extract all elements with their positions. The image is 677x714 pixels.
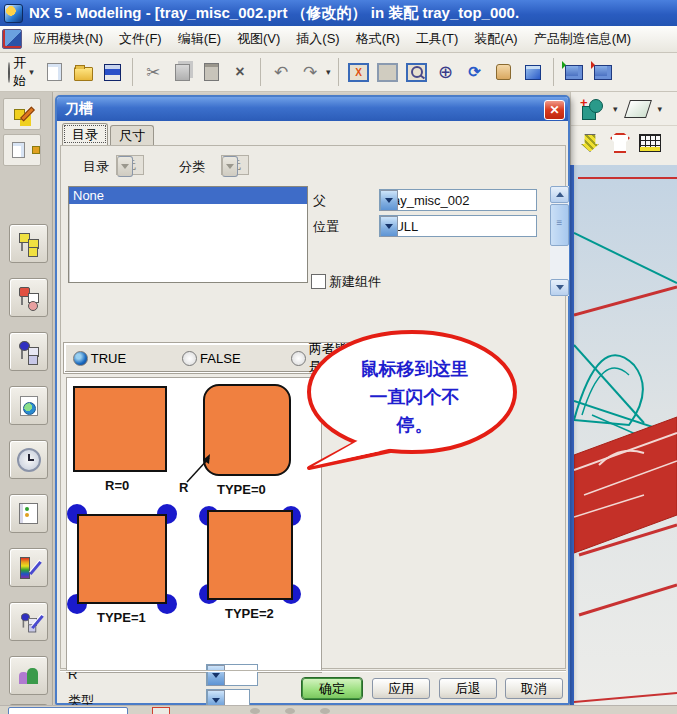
table-grid-button[interactable] bbox=[637, 129, 663, 157]
dialog-close-button[interactable]: ✕ bbox=[544, 100, 565, 120]
menu-edit[interactable]: 编辑(E) bbox=[171, 27, 228, 51]
redo-caret-icon[interactable]: ▾ bbox=[326, 67, 331, 77]
window-title: NX 5 - Modeling - [tray_misc_002.prt （修改… bbox=[29, 4, 519, 23]
menu-pmi[interactable]: 产品制造信息(M) bbox=[527, 27, 639, 51]
dialog-titlebar[interactable]: 刀槽 bbox=[57, 97, 568, 121]
window-titlebar: NX 5 - Modeling - [tray_misc_002.prt （修改… bbox=[0, 0, 677, 26]
catalog-label: 目录 bbox=[83, 158, 109, 176]
scrollbar-thumb[interactable] bbox=[550, 204, 569, 246]
list-item-none[interactable]: None bbox=[69, 187, 307, 204]
copy-button[interactable] bbox=[169, 58, 195, 86]
fill-view-button[interactable] bbox=[375, 58, 401, 86]
new-component-checkbox[interactable] bbox=[311, 274, 326, 289]
history-button[interactable] bbox=[9, 440, 48, 479]
sketch-curves-icon: + bbox=[582, 99, 604, 119]
assembly-navigator-icon bbox=[18, 233, 40, 255]
save-button[interactable] bbox=[99, 58, 125, 86]
sketch-curves-button[interactable]: + bbox=[577, 95, 609, 123]
selection-filter-field[interactable] bbox=[8, 707, 128, 714]
sketch-task-button[interactable] bbox=[607, 129, 633, 157]
parent-dropdown[interactable]: tray_misc_002 bbox=[379, 189, 537, 211]
category-dropdown[interactable]: 无 bbox=[221, 155, 249, 175]
sketch-tool-button[interactable] bbox=[3, 98, 41, 130]
apply-button-label: 应用 bbox=[388, 680, 414, 698]
groove-dialog: 刀槽 ✕ 目录 尺寸 目录 无 分类 无 None bbox=[55, 95, 570, 705]
sketch-curves-caret-icon[interactable]: ▾ bbox=[613, 104, 618, 114]
start-globe-icon bbox=[8, 62, 10, 83]
scrollbar-down-button[interactable] bbox=[550, 279, 569, 296]
dialog-scrollbar[interactable] bbox=[550, 186, 569, 296]
catalog-list[interactable]: None bbox=[68, 186, 308, 283]
radio-false[interactable] bbox=[182, 351, 197, 366]
application-module-icon[interactable] bbox=[2, 29, 22, 49]
part-navigator-button[interactable] bbox=[9, 332, 48, 371]
back-button[interactable]: 后退 bbox=[439, 678, 497, 699]
tab-dimensions[interactable]: 尺寸 bbox=[110, 125, 154, 145]
new-file-button[interactable] bbox=[41, 58, 67, 86]
datum-csys-button[interactable] bbox=[577, 129, 603, 157]
main-toolbar: 开始 ▾ ✂ × ↶ ↷ ▾ X ⊕ ⟳ bbox=[0, 53, 677, 92]
close-icon: ✕ bbox=[549, 103, 559, 117]
menu-format[interactable]: 格式(R) bbox=[349, 27, 407, 51]
assembly-explode-button[interactable] bbox=[590, 58, 616, 86]
cad-viewport[interactable] bbox=[570, 165, 677, 714]
constraint-navigator-button[interactable] bbox=[9, 278, 48, 317]
r-dropdown[interactable]: 0 bbox=[206, 664, 258, 686]
scrollbar-up-button[interactable] bbox=[550, 186, 569, 203]
cancel-button[interactable]: 取消 bbox=[505, 678, 563, 699]
visualization-button[interactable] bbox=[9, 602, 48, 641]
callout-line3: 停。 bbox=[297, 413, 532, 437]
menu-assemblies[interactable]: 装配(A) bbox=[467, 27, 524, 51]
reuse-library-button[interactable] bbox=[9, 386, 48, 425]
part-structure-button[interactable] bbox=[3, 134, 41, 166]
start-button[interactable]: 开始 ▾ bbox=[4, 56, 38, 88]
radio-true[interactable] bbox=[73, 351, 88, 366]
sketch-task-icon bbox=[610, 133, 630, 153]
undo-button[interactable]: ↶ bbox=[268, 58, 294, 86]
catalog-dropdown[interactable]: 无 bbox=[116, 155, 144, 175]
toolbar-separator bbox=[132, 58, 133, 86]
nx-application-window: NX 5 - Modeling - [tray_misc_002.prt （修改… bbox=[0, 0, 677, 714]
part-navigator-icon bbox=[18, 341, 40, 363]
fill-view-icon bbox=[377, 63, 398, 82]
datum-plane-caret-icon[interactable]: ▾ bbox=[658, 104, 663, 114]
information-button[interactable] bbox=[9, 494, 48, 533]
new-component-label: 新建组件 bbox=[329, 273, 381, 291]
zoom-in-out-button[interactable]: ⊕ bbox=[433, 58, 459, 86]
rotate-view-button[interactable]: ⟳ bbox=[462, 58, 488, 86]
wireframe-graphics bbox=[574, 165, 677, 714]
parent-label: 父 bbox=[313, 192, 326, 210]
preview-type0-label: TYPE=0 bbox=[217, 482, 266, 497]
shaded-display-button[interactable] bbox=[520, 58, 546, 86]
assembly-sequence-button[interactable] bbox=[561, 58, 587, 86]
menu-tools[interactable]: 工具(T) bbox=[409, 27, 466, 51]
position-dropdown[interactable]: NULL bbox=[379, 215, 537, 237]
delete-icon: × bbox=[235, 64, 244, 80]
catalog-dropdown-arrow-icon bbox=[117, 156, 133, 177]
toolbar-separator bbox=[338, 58, 339, 86]
pan-view-button[interactable] bbox=[491, 58, 517, 86]
open-file-button[interactable] bbox=[70, 58, 96, 86]
tab-catalog[interactable]: 目录 bbox=[62, 123, 108, 145]
fit-view-button[interactable]: X bbox=[346, 58, 372, 86]
redo-button[interactable]: ↷ bbox=[297, 58, 323, 86]
apply-button[interactable]: 应用 bbox=[372, 678, 430, 699]
paste-icon bbox=[204, 63, 219, 81]
roles-button[interactable] bbox=[9, 656, 48, 695]
palette-button[interactable] bbox=[9, 548, 48, 587]
constraint-navigator-icon bbox=[18, 287, 40, 309]
menu-file[interactable]: 文件(F) bbox=[112, 27, 169, 51]
snap-point-button[interactable] bbox=[152, 707, 170, 714]
assembly-navigator-button[interactable] bbox=[9, 224, 48, 263]
zoom-window-button[interactable] bbox=[404, 58, 430, 86]
cut-button[interactable]: ✂ bbox=[140, 58, 166, 86]
paste-button[interactable] bbox=[198, 58, 224, 86]
ok-button[interactable]: 确定 bbox=[302, 678, 362, 699]
menu-insert[interactable]: 插入(S) bbox=[289, 27, 346, 51]
delete-button[interactable]: × bbox=[227, 58, 253, 86]
tab-catalog-label: 目录 bbox=[72, 126, 98, 144]
parent-value: tray_misc_002 bbox=[380, 190, 536, 210]
menu-application-module[interactable]: 应用模块(N) bbox=[26, 27, 110, 51]
datum-plane-button[interactable] bbox=[622, 95, 654, 123]
menu-view[interactable]: 视图(V) bbox=[230, 27, 287, 51]
